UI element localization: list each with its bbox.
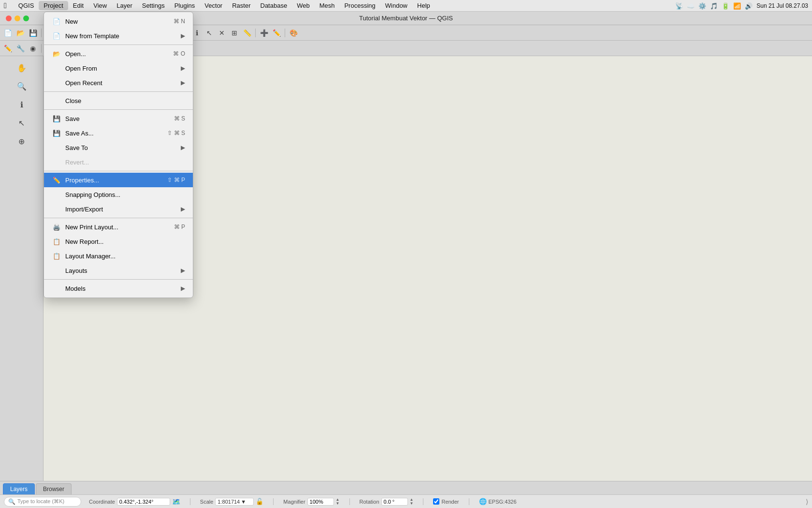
menubar-database[interactable]: Database (256, 1, 292, 10)
save-icon: 💾 (52, 114, 61, 123)
minimize-button[interactable] (14, 15, 20, 21)
menu-item-open-from[interactable]: Open From ▶ (44, 61, 193, 75)
scale-dropdown[interactable]: 1:801714 ▼ (215, 498, 254, 506)
menubar-processing[interactable]: Processing (339, 1, 380, 10)
models-icon (52, 284, 61, 293)
layouts-icon (52, 266, 61, 275)
traffic-lights (6, 15, 29, 21)
new-template-icon: 📄 (52, 31, 61, 41)
models-arrow: ▶ (181, 285, 185, 292)
resize-handle[interactable]: ⟩ (806, 498, 808, 506)
menubar-mesh[interactable]: Mesh (315, 1, 340, 10)
open-project-btn[interactable]: 📂 (14, 27, 26, 39)
menubar:  QGIS Project Edit View Layer Settings … (0, 0, 812, 12)
menu-item-new[interactable]: 📄 New ⌘ N (44, 14, 193, 29)
coordinate-group: Coordinate 🗺️ (89, 498, 180, 506)
save-to-icon (52, 143, 61, 152)
tab-layers[interactable]: Layers (3, 483, 35, 494)
menubar-plugins[interactable]: Plugins (170, 1, 200, 10)
menubar-settings[interactable]: Settings (137, 1, 170, 10)
rotation-input[interactable] (381, 498, 408, 506)
menubar-project[interactable]: Project (39, 1, 68, 10)
open-shortcut: ⌘ O (173, 50, 185, 57)
menubar-layer[interactable]: Layer (112, 1, 137, 10)
pan-map-btn[interactable]: ✋ (13, 59, 30, 76)
close-button[interactable] (6, 15, 12, 21)
menubar-vector[interactable]: Vector (200, 1, 227, 10)
render-checkbox[interactable] (433, 498, 439, 505)
open-icon: 📂 (52, 49, 61, 59)
menu-item-models[interactable]: Models ▶ (44, 281, 193, 296)
coordinate-icon[interactable]: 🗺️ (172, 498, 180, 506)
menu-item-new-print-layout[interactable]: 🖨️ New Print Layout... ⌘ P (44, 220, 193, 234)
save-as-shortcut: ⇧ ⌘ S (167, 130, 185, 136)
sep-4 (44, 171, 193, 171)
menu-item-new-report[interactable]: 📋 New Report... (44, 234, 193, 249)
menu-item-close[interactable]: Close (44, 93, 193, 108)
save-project-btn[interactable]: 💾 (27, 27, 39, 39)
menubar-edit[interactable]: Edit (68, 1, 88, 10)
new-print-layout-label: New Print Layout... (65, 224, 170, 231)
apple-menu[interactable]:  (4, 1, 7, 10)
open-table-btn[interactable]: ⊞ (229, 27, 240, 39)
menu-item-properties[interactable]: ✏️ Properties... ⇧ ⌘ P (44, 173, 193, 187)
new-print-layout-shortcut: ⌘ P (174, 224, 185, 230)
status-sep-2 (273, 498, 274, 505)
epsg-value: EPSG:4326 (489, 499, 517, 505)
menubar-raster[interactable]: Raster (227, 1, 255, 10)
maximize-button[interactable] (23, 15, 29, 21)
save-as-label: Save As... (65, 130, 163, 137)
menubar-window[interactable]: Window (380, 1, 412, 10)
revert-icon (52, 157, 61, 167)
new-project-btn[interactable]: 📄 (2, 27, 14, 39)
zoom-in-map-btn[interactable]: 🔍 (13, 77, 30, 95)
menu-item-save[interactable]: 💾 Save ⌘ S (44, 111, 193, 126)
menubar-qgis[interactable]: QGIS (14, 1, 39, 10)
edit-layer-btn[interactable]: ✏️ (271, 27, 282, 39)
open-from-icon (52, 63, 61, 73)
vertex-tool-btn[interactable]: ◉ (27, 43, 39, 54)
menu-item-import-export[interactable]: Import/Export ▶ (44, 202, 193, 216)
select-tool-btn[interactable]: ↖ (13, 114, 30, 132)
menu-item-save-to[interactable]: Save To ▶ (44, 140, 193, 155)
magnifier-input[interactable] (307, 498, 334, 506)
menu-item-open[interactable]: 📂 Open... ⌘ O (44, 46, 193, 61)
locate-search[interactable]: 🔍 Type to locate (⌘K) (4, 497, 81, 507)
menu-item-new-template[interactable]: 📄 New from Template ▶ (44, 29, 193, 43)
snapping-label: Snapping Options... (65, 191, 185, 198)
deselect-btn[interactable]: ✕ (216, 27, 228, 39)
point-layer-btn[interactable]: ⊕ (13, 133, 30, 150)
new-layer-btn[interactable]: ➕ (258, 27, 270, 39)
snapping-icon (52, 190, 61, 199)
menu-item-open-recent[interactable]: Open Recent ▶ (44, 75, 193, 90)
menu-item-layout-manager[interactable]: 📋 Layout Manager... (44, 249, 193, 263)
epsg-group[interactable]: 🌐 EPSG:4326 (479, 498, 517, 505)
magnifier-group: Magnifier ▲▼ (283, 498, 339, 506)
menubar-view[interactable]: View (88, 1, 112, 10)
digitize-btn[interactable]: ✏️ (2, 43, 14, 54)
coordinate-input[interactable] (117, 498, 170, 506)
snap-btn[interactable]: 🔧 (14, 43, 26, 54)
close-menu-icon (52, 96, 61, 105)
search-icon: 🔍 (8, 498, 15, 505)
rotation-group: Rotation ▲▼ (360, 498, 414, 506)
menu-item-save-as[interactable]: 💾 Save As... ⇧ ⌘ S (44, 126, 193, 140)
menubar-help[interactable]: Help (412, 1, 435, 10)
select-feature-btn[interactable]: ↖ (203, 27, 215, 39)
properties-shortcut: ⇧ ⌘ P (167, 177, 185, 183)
tab-browser[interactable]: Browser (36, 483, 72, 494)
menubar-web[interactable]: Web (292, 1, 315, 10)
new-report-label: New Report... (65, 238, 185, 245)
import-export-icon (52, 204, 61, 214)
lock-icon[interactable]: 🔓 (256, 498, 263, 505)
sep-2 (44, 91, 193, 92)
menu-item-snapping[interactable]: Snapping Options... (44, 187, 193, 202)
project-menu-dropdown: 📄 New ⌘ N 📄 New from Template ▶ 📂 Open..… (44, 12, 193, 298)
style-manager-btn[interactable]: 🎨 (288, 27, 299, 39)
rotation-spinner[interactable]: ▲▼ (410, 498, 414, 506)
open-recent-arrow: ▶ (181, 79, 185, 86)
info-btn[interactable]: ℹ (13, 96, 30, 113)
menu-item-layouts[interactable]: Layouts ▶ (44, 263, 193, 278)
magnifier-spinner[interactable]: ▲▼ (336, 498, 340, 506)
measure-btn[interactable]: 📏 (241, 27, 253, 39)
